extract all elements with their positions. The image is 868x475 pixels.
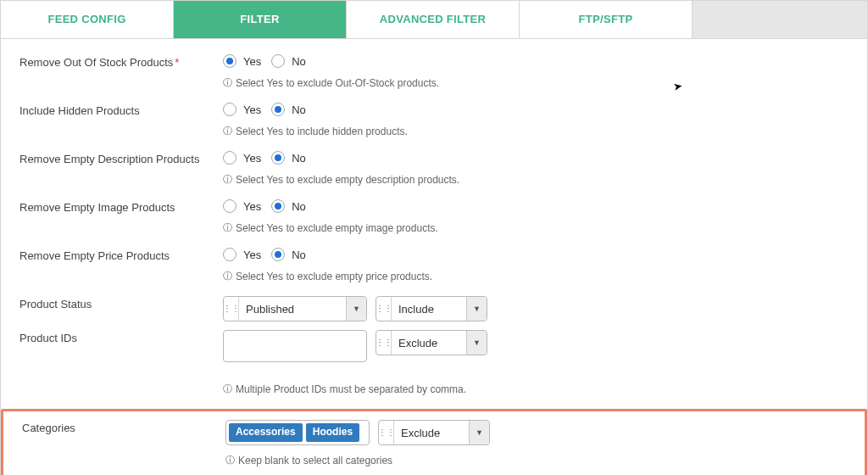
chevron-down-icon: ▼ xyxy=(469,421,489,444)
info-icon: ⓘ xyxy=(223,270,232,282)
label-categories: Categories xyxy=(22,420,225,434)
label-product-status: Product Status xyxy=(19,296,223,310)
radio-remove-oos-yes[interactable] xyxy=(223,54,236,68)
drag-handle-icon: ⋮⋮ xyxy=(376,297,392,321)
select-ids-rule[interactable]: ⋮⋮ Exclude ▼ xyxy=(376,330,487,355)
help-remove-empty-price: ⓘ Select Yes to exclude empty price prod… xyxy=(223,270,849,282)
radio-include-hidden-no[interactable] xyxy=(271,103,285,116)
row-product-status: Product Status ⋮⋮ Published ▼ ⋮⋮ Include… xyxy=(19,296,849,321)
label-remove-empty-price: Remove Empty Price Products xyxy=(19,248,223,262)
row-remove-empty-price: Remove Empty Price Products Yes No ⓘ Sel… xyxy=(19,248,849,288)
radio-label-yes: Yes xyxy=(243,55,261,68)
radio-remove-img-no[interactable] xyxy=(271,199,285,213)
radio-label-no: No xyxy=(292,55,306,68)
row-categories: Categories Accessories Hoodies ⋮⋮ Exclud… xyxy=(22,420,846,472)
help-remove-empty-img: ⓘ Select Yes to exclude empty image prod… xyxy=(223,221,849,234)
help-include-hidden: ⓘ Select Yes to include hidden products. xyxy=(223,125,849,137)
row-product-ids: Product IDs ⋮⋮ Exclude ▼ ⓘ Multiple Prod… xyxy=(19,330,849,400)
tab-ftp-sftp[interactable]: FTP/SFTP xyxy=(520,1,693,38)
help-categories: ⓘ Keep blank to select all categories xyxy=(225,454,846,467)
tag-accessories[interactable]: Accessories xyxy=(229,423,303,442)
radio-include-hidden-yes[interactable] xyxy=(223,103,236,116)
drag-handle-icon: ⋮⋮ xyxy=(224,297,239,321)
tab-filter[interactable]: FILTER xyxy=(174,1,347,38)
help-remove-empty-desc: ⓘ Select Yes to exclude empty descriptio… xyxy=(223,173,849,186)
select-status-rule[interactable]: ⋮⋮ Include ▼ xyxy=(376,296,487,321)
tagbox-categories[interactable]: Accessories Hoodies xyxy=(225,420,370,445)
tab-bar: FEED CONFIG FILTER ADVANCED FILTER FTP/S… xyxy=(0,0,868,39)
info-icon: ⓘ xyxy=(223,383,232,395)
label-remove-oos: Remove Out Of Stock Products* xyxy=(19,54,223,69)
info-icon: ⓘ xyxy=(223,125,232,137)
filter-panel: Remove Out Of Stock Products* Yes No ⓘ S… xyxy=(0,39,868,475)
select-product-status[interactable]: ⋮⋮ Published ▼ xyxy=(223,296,367,321)
row-remove-empty-desc: Remove Empty Description Products Yes No… xyxy=(19,151,849,191)
row-remove-empty-img: Remove Empty Image Products Yes No ⓘ Sel… xyxy=(19,199,849,239)
info-icon: ⓘ xyxy=(223,76,232,89)
chevron-down-icon: ▼ xyxy=(466,331,487,355)
drag-handle-icon: ⋮⋮ xyxy=(376,331,392,355)
chevron-down-icon: ▼ xyxy=(466,297,487,321)
label-product-ids: Product IDs xyxy=(19,330,223,344)
radio-remove-desc-yes[interactable] xyxy=(223,151,236,165)
tab-feed-config[interactable]: FEED CONFIG xyxy=(1,1,174,38)
radio-remove-img-yes[interactable] xyxy=(223,199,236,213)
label-remove-empty-desc: Remove Empty Description Products xyxy=(19,151,223,165)
radio-remove-desc-no[interactable] xyxy=(271,151,285,165)
radio-remove-oos-no[interactable] xyxy=(271,54,285,68)
select-categories-rule[interactable]: ⋮⋮ Exclude ▼ xyxy=(378,420,490,445)
row-remove-oos: Remove Out Of Stock Products* Yes No ⓘ S… xyxy=(19,54,849,94)
drag-handle-icon: ⋮⋮ xyxy=(379,421,394,444)
row-include-hidden: Include Hidden Products Yes No ⓘ Select … xyxy=(19,103,849,142)
help-remove-oos: ⓘ Select Yes to exclude Out-Of-Stock pro… xyxy=(223,76,849,89)
input-product-ids[interactable] xyxy=(223,330,367,362)
label-remove-empty-img: Remove Empty Image Products xyxy=(19,199,223,214)
label-include-hidden: Include Hidden Products xyxy=(19,103,223,117)
tag-hoodies[interactable]: Hoodies xyxy=(306,423,359,442)
info-icon: ⓘ xyxy=(223,221,232,234)
row-categories-highlighted: Categories Accessories Hoodies ⋮⋮ Exclud… xyxy=(1,409,867,475)
required-asterisk: * xyxy=(175,56,179,69)
chevron-down-icon: ▼ xyxy=(346,297,366,321)
radio-remove-price-no[interactable] xyxy=(271,248,285,261)
info-icon: ⓘ xyxy=(225,454,235,467)
radio-remove-price-yes[interactable] xyxy=(223,248,236,261)
tab-advanced-filter[interactable]: ADVANCED FILTER xyxy=(347,1,520,38)
help-product-ids: ⓘ Multiple Product IDs must be separated… xyxy=(223,383,849,395)
info-icon: ⓘ xyxy=(223,173,232,186)
